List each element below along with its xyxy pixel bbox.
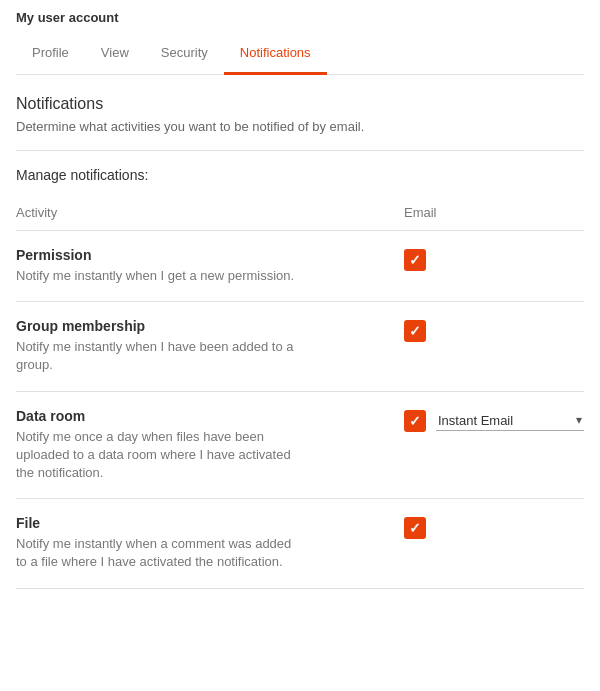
section-description: Determine what activities you want to be… [16,119,584,134]
notification-row-group: Group membership Notify me instantly whe… [16,302,584,391]
notification-desc-dataroom: Notify me once a day when files have bee… [16,428,296,483]
notification-controls-dataroom: Instant Email Daily Digest Weekly Digest… [404,408,584,432]
page-header: My user account Profile View Security No… [0,0,600,75]
dropdown-dataroom[interactable]: Instant Email Daily Digest Weekly Digest [436,411,584,430]
tab-profile[interactable]: Profile [16,33,85,75]
notification-name-file: File [16,515,404,531]
manage-title: Manage notifications: [16,167,584,183]
notification-controls-group [404,318,584,342]
notification-row-file: File Notify me instantly when a comment … [16,499,584,588]
notification-info-dataroom: Data room Notify me once a day when file… [16,408,404,483]
notification-row-permission: Permission Notify me instantly when I ge… [16,231,584,302]
notification-controls-file [404,515,584,539]
column-email: Email [404,199,584,226]
section-title: Notifications [16,95,584,113]
notification-name-group: Group membership [16,318,404,334]
tab-view[interactable]: View [85,33,145,75]
notification-desc-file: Notify me instantly when a comment was a… [16,535,296,571]
notification-row-dataroom: Data room Notify me once a day when file… [16,392,584,500]
notification-info-file: File Notify me instantly when a comment … [16,515,404,571]
tabs-nav: Profile View Security Notifications [16,33,584,75]
tab-security[interactable]: Security [145,33,224,75]
checkbox-permission[interactable] [404,249,426,271]
notification-controls-permission [404,247,584,271]
checkbox-group[interactable] [404,320,426,342]
notification-desc-group: Notify me instantly when I have been add… [16,338,296,374]
checkbox-dataroom[interactable] [404,410,426,432]
notification-info-group: Group membership Notify me instantly whe… [16,318,404,374]
notification-name-dataroom: Data room [16,408,404,424]
column-activity: Activity [16,199,404,226]
notification-desc-permission: Notify me instantly when I get a new per… [16,267,296,285]
notification-name-permission: Permission [16,247,404,263]
page-title: My user account [16,10,584,25]
tab-notifications[interactable]: Notifications [224,33,327,75]
dropdown-wrapper-dataroom[interactable]: Instant Email Daily Digest Weekly Digest… [436,411,584,431]
main-content: Notifications Determine what activities … [0,75,600,609]
notification-info-permission: Permission Notify me instantly when I ge… [16,247,404,285]
table-header: Activity Email [16,195,584,231]
checkbox-file[interactable] [404,517,426,539]
section-divider [16,150,584,151]
